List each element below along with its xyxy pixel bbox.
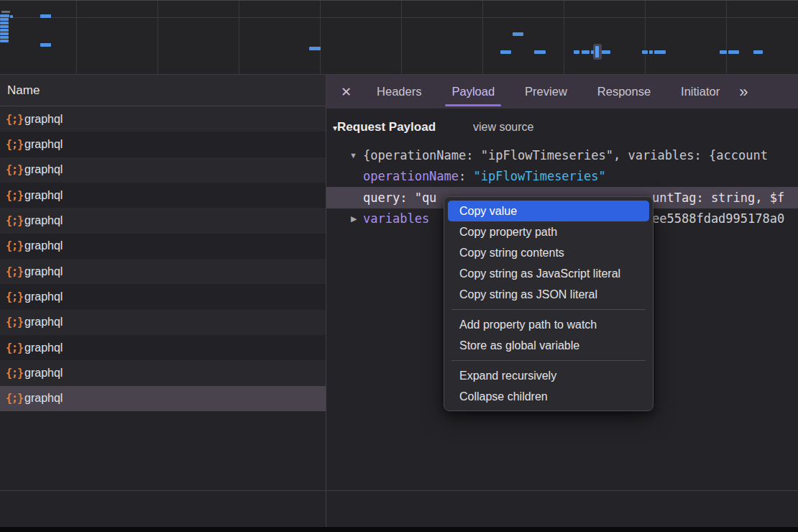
menu-item-store-as-global-variable[interactable]: Store as global variable (444, 335, 653, 356)
request-name: graphql (24, 290, 63, 303)
waterfall-bar (10, 15, 13, 18)
expand-arrow-icon[interactable]: ▼ (349, 145, 357, 166)
menu-item-copy-property-path[interactable]: Copy property path (444, 221, 653, 242)
request-name: graphql (24, 265, 63, 278)
variables-text-right: ee5588fdad995178a0 (652, 208, 784, 229)
request-row[interactable]: {;}graphql (0, 183, 326, 208)
json-icon: {;} (6, 367, 24, 380)
request-row[interactable]: {;}graphql (0, 234, 326, 259)
waterfall-bar (649, 50, 653, 54)
waterfall-bar (0, 22, 9, 24)
waterfall-bar (500, 50, 511, 54)
json-icon: {;} (6, 290, 24, 303)
request-row[interactable]: {;}graphql (0, 132, 326, 157)
json-icon: {;} (6, 239, 24, 252)
request-row[interactable]: {;}graphql (0, 259, 326, 284)
tab-initiator[interactable]: Initiator (666, 75, 735, 109)
waterfall-bar (591, 50, 594, 54)
request-row[interactable]: {;}graphql (0, 310, 326, 335)
menu-separator (451, 309, 646, 310)
overview-gridline (157, 1, 158, 74)
request-row[interactable]: {;}graphql (0, 208, 326, 233)
payload-root-row[interactable]: ▼ {operationName: "ipFlowTimeseries", va… (326, 145, 798, 166)
waterfall-bar (0, 14, 9, 17)
menu-item-collapse-children[interactable]: Collapse children (444, 386, 653, 407)
root-preview-text: {operationName: "ipFlowTimeseries", vari… (363, 148, 768, 162)
request-name: graphql (24, 316, 63, 329)
json-icon: {;} (6, 189, 24, 202)
selected-request-marker-bar (595, 46, 599, 58)
waterfall-bar (0, 40, 9, 42)
json-icon: {;} (6, 214, 24, 227)
json-icon: {;} (6, 392, 24, 405)
name-column-label: Name (7, 83, 40, 98)
request-row[interactable]: {;}graphql (0, 360, 326, 385)
tab-strip: HeadersPayloadPreviewResponseInitiator (362, 75, 735, 109)
menu-item-copy-string-as-json-literal[interactable]: Copy string as JSON literal (444, 284, 653, 305)
tab-response[interactable]: Response (582, 75, 666, 109)
waterfall-bar (720, 50, 727, 54)
menu-item-copy-string-as-javascript-literal[interactable]: Copy string as JavaScript literal (444, 263, 653, 284)
overview-gridline (482, 1, 483, 74)
property-value: "ipFlowTimeseries" (474, 169, 606, 183)
view-source-link[interactable]: view source (473, 117, 533, 137)
request-row[interactable]: {;}graphql (0, 386, 326, 411)
waterfall-bar (602, 50, 610, 54)
request-name: graphql (24, 189, 63, 202)
waterfall-bar (40, 14, 51, 18)
overview-gridline (645, 1, 646, 74)
menu-separator (451, 360, 646, 361)
waterfall-bar (0, 18, 9, 21)
property-key: operationName (363, 169, 459, 183)
overview-gridline (401, 1, 402, 74)
network-overview[interactable] (0, 0, 798, 75)
query-text-right: untTag: string, $f (652, 187, 784, 208)
tab-payload[interactable]: Payload (436, 75, 510, 109)
tab-headers[interactable]: Headers (362, 75, 436, 109)
section-collapse-icon[interactable]: ▾ (326, 123, 337, 133)
json-icon: {;} (6, 138, 24, 151)
json-icon: {;} (6, 163, 24, 176)
pane-divider[interactable] (326, 75, 326, 527)
summary-divider (0, 490, 798, 491)
request-row[interactable]: {;}graphql (0, 335, 326, 360)
request-payload-section: ▾Request Payload view source (326, 117, 798, 137)
request-name: graphql (24, 341, 63, 354)
overview-gridline (564, 1, 564, 74)
selected-request-marker (593, 44, 602, 60)
property-key: variables (363, 211, 429, 226)
operation-name-row[interactable]: operationName: "ipFlowTimeseries" (326, 166, 798, 187)
close-icon[interactable]: ✕ (341, 84, 352, 100)
collapsed-arrow-icon[interactable]: ▶ (351, 208, 357, 229)
section-title: Request Payload (337, 120, 436, 134)
request-row[interactable]: {;}graphql (0, 106, 326, 132)
network-main: Name {;}graphql{;}graphql{;}graphql{;}gr… (0, 75, 798, 527)
waterfall-bar (642, 50, 648, 54)
tab-preview[interactable]: Preview (510, 75, 582, 109)
request-name: graphql (24, 392, 63, 405)
menu-item-copy-string-contents[interactable]: Copy string contents (444, 242, 653, 263)
waterfall-bar (0, 36, 9, 39)
menu-item-expand-recursively[interactable]: Expand recursively (444, 365, 653, 386)
request-name: graphql (24, 138, 63, 151)
request-name: graphql (24, 163, 63, 176)
waterfall-bar (534, 50, 546, 54)
waterfall-bar (728, 50, 739, 54)
waterfall-bar (513, 32, 523, 36)
request-list: {;}graphql{;}graphql{;}graphql{;}graphql… (0, 106, 326, 411)
request-name: graphql (24, 367, 63, 380)
waterfall-bar (0, 25, 9, 28)
waterfall-bar (1, 11, 10, 13)
name-column-header[interactable]: Name (0, 75, 326, 106)
more-tabs-icon[interactable]: » (739, 83, 746, 101)
json-icon: {;} (6, 316, 24, 329)
menu-item-add-property-path-to-watch[interactable]: Add property path to watch (444, 314, 653, 335)
menu-item-copy-value[interactable]: Copy value (448, 201, 649, 221)
query-text-left: query: "qu (363, 191, 436, 205)
request-row[interactable]: {;}graphql (0, 157, 326, 183)
key-separator: : (459, 169, 473, 183)
request-row[interactable]: {;}graphql (0, 284, 326, 309)
waterfall-bar (309, 47, 321, 50)
window-bottom-edge (0, 527, 798, 532)
overview-gridline (239, 1, 239, 74)
